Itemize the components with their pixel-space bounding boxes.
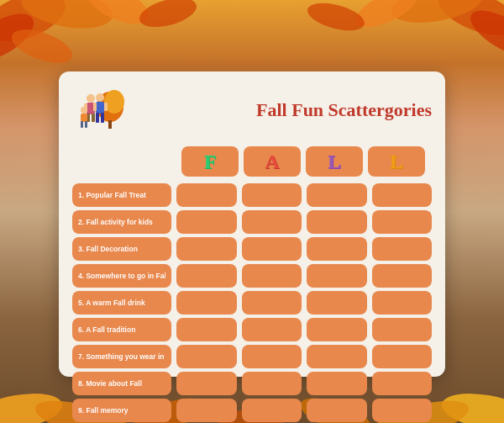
answer-cell[interactable]: [176, 183, 237, 207]
answer-cell[interactable]: [372, 345, 433, 368]
category-label: 5. A warm Fall drink: [78, 299, 145, 307]
svg-rect-34: [81, 114, 87, 122]
answer-cell[interactable]: [242, 318, 302, 341]
answer-cell[interactable]: [176, 399, 237, 422]
category-cell: 8. Movie about Fall: [72, 372, 171, 395]
fall-letters-row: F A L L: [72, 146, 432, 177]
answer-cell[interactable]: [242, 264, 302, 288]
category-cell: 3. Fall Decoration: [72, 237, 171, 261]
answer-cell[interactable]: [242, 183, 302, 207]
answer-cell[interactable]: [242, 237, 302, 261]
svg-rect-28: [96, 102, 104, 114]
answer-cell[interactable]: [176, 291, 237, 315]
answer-cell[interactable]: [242, 399, 302, 422]
svg-rect-31: [96, 113, 99, 123]
main-card: Fall Fun Scattergories F A L L 1. Popula…: [59, 71, 445, 377]
answer-cell[interactable]: [372, 237, 433, 261]
answer-cell[interactable]: [176, 318, 237, 341]
svg-rect-32: [101, 113, 104, 123]
category-label: 2. Fall activity for kids: [78, 218, 153, 226]
letter-F: F: [181, 146, 239, 177]
answer-cell[interactable]: [307, 345, 367, 368]
letter-L2: L: [368, 146, 425, 177]
answer-cell[interactable]: [307, 183, 367, 207]
svg-point-33: [81, 107, 87, 114]
category-label: 7. Something you wear in Fall: [78, 352, 165, 361]
svg-point-21: [87, 94, 95, 103]
answer-cell[interactable]: [307, 291, 367, 315]
category-cell: 6. A Fall tradition: [72, 318, 171, 341]
category-cell: 1. Popular Fall Treat: [72, 183, 171, 207]
answer-cell[interactable]: [242, 210, 302, 234]
answer-cell[interactable]: [307, 210, 367, 234]
svg-rect-36: [85, 121, 87, 128]
grid-row: 5. A warm Fall drink: [72, 291, 432, 315]
grid-row: 1. Popular Fall Treat: [72, 183, 432, 207]
grid-row: 9. Fall memory: [72, 399, 432, 422]
svg-point-27: [96, 93, 104, 102]
category-cell: 2. Fall activity for kids: [72, 210, 171, 234]
answer-cell[interactable]: [372, 264, 433, 288]
answer-cell[interactable]: [372, 210, 433, 234]
answer-cell[interactable]: [372, 318, 433, 341]
answer-cell[interactable]: [372, 372, 433, 395]
answer-cell[interactable]: [176, 237, 237, 261]
category-label: 1. Popular Fall Treat: [78, 191, 146, 199]
answer-cell[interactable]: [176, 372, 237, 395]
svg-rect-29: [93, 103, 97, 111]
category-label: 3. Fall Decoration: [78, 245, 138, 253]
answer-cell[interactable]: [176, 345, 237, 368]
grid-row: 8. Movie about Fall: [72, 372, 432, 395]
answer-cell[interactable]: [307, 237, 367, 261]
category-label: 4. Somewhere to go in Fall: [78, 272, 165, 280]
grid-row: 6. A Fall tradition: [72, 318, 432, 341]
page-title: Fall Fun Scattergories: [134, 100, 432, 120]
svg-rect-35: [81, 121, 83, 128]
category-cell: 4. Somewhere to go in Fall: [72, 264, 171, 288]
category-label: 8. Movie about Fall: [78, 379, 142, 388]
answer-cell[interactable]: [307, 264, 367, 288]
answer-cell[interactable]: [242, 372, 302, 395]
svg-rect-20: [108, 120, 112, 129]
card-header: Fall Fun Scattergories: [72, 83, 432, 138]
svg-rect-26: [92, 114, 95, 122]
answer-cell[interactable]: [242, 345, 302, 368]
family-illustration: [72, 83, 127, 138]
answer-cell[interactable]: [372, 399, 433, 422]
letter-A: A: [244, 146, 301, 177]
category-cell: 7. Something you wear in Fall: [72, 345, 171, 368]
grid-row: 3. Fall Decoration: [72, 237, 432, 261]
letter-L1: L: [306, 146, 363, 177]
grid-row: 2. Fall activity for kids: [72, 210, 432, 234]
grid-row: 4. Somewhere to go in Fall: [72, 264, 432, 288]
grid-row: 7. Something you wear in Fall: [72, 345, 432, 368]
answer-cell[interactable]: [307, 372, 367, 395]
category-label: 9. Fall memory: [78, 406, 129, 415]
answer-cell[interactable]: [307, 318, 367, 341]
answer-cell[interactable]: [176, 210, 237, 234]
answer-cell[interactable]: [242, 291, 302, 315]
answer-cell[interactable]: [176, 264, 237, 288]
answer-cell[interactable]: [307, 399, 367, 422]
answer-cell[interactable]: [372, 183, 433, 207]
category-label: 6. A Fall tradition: [78, 325, 135, 334]
category-cell: 5. A warm Fall drink: [72, 291, 171, 315]
categories-grid: 1. Popular Fall Treat2. Fall activity fo…: [72, 183, 432, 423]
answer-cell[interactable]: [372, 291, 433, 315]
category-cell: 9. Fall memory: [72, 399, 171, 422]
svg-rect-30: [104, 103, 108, 111]
